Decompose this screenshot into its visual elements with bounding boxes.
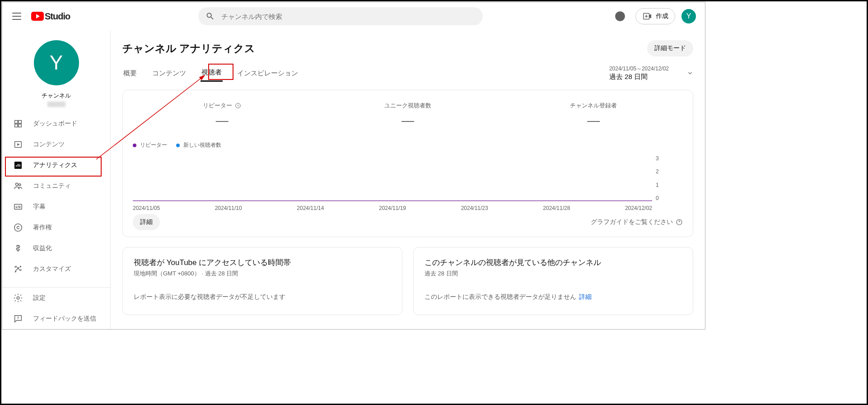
sidebar-item-label: ダッシュボード [33, 120, 77, 128]
chart-guide-link[interactable]: グラフガイドをご覧ください [591, 218, 683, 226]
sidebar-item-settings[interactable]: 設定 [2, 288, 110, 308]
x-tick: 2024/11/14 [297, 205, 324, 211]
card-subtitle: 過去 28 日間 [425, 270, 682, 278]
chart-legend: リピーター 新しい視聴者数 [129, 139, 686, 155]
chart-series-line [133, 200, 652, 201]
y-tick: 2 [656, 168, 659, 175]
metric-subscribers[interactable]: チャンネル登録者 — [501, 90, 686, 139]
sidebar-item-label: 収益化 [33, 244, 52, 252]
tabs-row: 概要 コンテンツ 視聴者 インスピレーション 2024/11/05～2024/1… [122, 65, 693, 82]
sidebar-item-customize[interactable]: カスタマイズ [2, 259, 110, 279]
account-avatar[interactable]: Y [681, 9, 696, 23]
sidebar-item-analytics[interactable]: アナリティクス [2, 155, 110, 176]
svg-point-12 [14, 224, 22, 232]
date-range-text: 2024/11/05～2024/12/02 [609, 65, 669, 73]
metric-title: チャンネル登録者 [570, 102, 617, 110]
page-title: チャンネル アナリティクス [122, 42, 255, 56]
copyright-icon [13, 223, 23, 233]
card-subtitle: 現地時間（GMT +0800） · 過去 28 日間 [134, 270, 391, 278]
viewers-chart: 3 2 1 0 2024/11/05 2024/11/10 2024/11/14… [133, 155, 683, 209]
tab-inspiration[interactable]: インスピレーション [236, 65, 299, 81]
sidebar-item-community[interactable]: コミュニティ [2, 176, 110, 196]
analytics-icon [13, 160, 23, 170]
chevron-down-icon [687, 70, 693, 76]
x-tick: 2024/11/28 [543, 205, 570, 211]
youtube-play-icon [31, 12, 44, 21]
x-tick: 2024/11/05 [133, 205, 160, 211]
sidebar-item-label: アナリティクス [33, 161, 77, 169]
x-tick: 2024/11/10 [215, 205, 242, 211]
subtitles-icon [13, 202, 23, 212]
svg-rect-3 [15, 121, 18, 123]
customize-icon [13, 264, 23, 274]
logo-text: Studio [45, 11, 70, 22]
hamburger-icon[interactable] [11, 11, 22, 22]
create-icon [642, 11, 652, 21]
channel-label: チャンネル [42, 92, 71, 100]
svg-point-20 [679, 223, 680, 223]
date-range-label: 過去 28 日間 [609, 73, 648, 81]
metric-unique-viewers[interactable]: ユニーク視聴者数 — [315, 90, 500, 139]
x-tick: 2024/12/02 [625, 205, 652, 211]
clock-icon [235, 102, 241, 109]
svg-point-16 [17, 297, 19, 299]
help-button[interactable] [611, 7, 629, 25]
metric-value: — [319, 113, 496, 128]
channel-avatar[interactable]: Y [34, 40, 79, 85]
metric-value: — [134, 113, 310, 128]
youtube-studio-logo[interactable]: Studio [31, 11, 70, 22]
create-button[interactable]: 作成 [635, 8, 675, 24]
sidebar-item-label: フィードバックを送信 [33, 315, 96, 323]
sidebar-item-label: 設定 [33, 294, 46, 302]
card-title: このチャンネルの視聴者が見ている他のチャンネル [425, 257, 682, 268]
svg-point-9 [16, 183, 19, 186]
chart-detail-button[interactable]: 詳細 [133, 214, 160, 230]
app-header: Studio 作成 Y [2, 2, 705, 30]
y-tick: 3 [656, 155, 659, 162]
gear-icon [13, 293, 23, 303]
help-icon [676, 219, 683, 226]
svg-rect-11 [14, 205, 22, 209]
legend-dot-icon [176, 144, 180, 147]
sidebar-item-copyright[interactable]: 著作権 [2, 217, 110, 238]
channel-header: Y チャンネル [2, 30, 110, 113]
card-detail-link[interactable]: 詳細 [579, 293, 592, 300]
sidebar-item-content[interactable]: コンテンツ [2, 134, 110, 155]
sidebar-item-label: コミュニティ [33, 182, 71, 190]
search-box[interactable] [198, 7, 483, 25]
sidebar-item-monetization[interactable]: 収益化 [2, 238, 110, 259]
tab-overview[interactable]: 概要 [122, 65, 138, 81]
x-tick: 2024/11/23 [461, 205, 488, 211]
sidebar-item-dashboard[interactable]: ダッシュボード [2, 113, 110, 134]
legend-item: 新しい視聴者数 [176, 141, 221, 149]
sidebar-item-label: 著作権 [33, 223, 52, 232]
legend-dot-icon [133, 144, 136, 147]
sidebar-item-label: カスタマイズ [33, 265, 71, 273]
svg-point-14 [15, 267, 15, 267]
svg-rect-6 [19, 124, 21, 127]
date-range-selector[interactable]: 2024/11/05～2024/12/02 過去 28 日間 [609, 65, 669, 81]
tab-content[interactable]: コンテンツ [151, 65, 187, 81]
help-icon [615, 11, 625, 22]
main-content: チャンネル アナリティクス 詳細モード 概要 コンテンツ 視聴者 インスピレーシ… [111, 30, 705, 329]
channel-name-blurred [47, 102, 65, 107]
card-message: このレポートに表示できる視聴者データが足りません [425, 293, 576, 300]
card-other-channels: このチャンネルの視聴者が見ている他のチャンネル 過去 28 日間 このレポートに… [413, 247, 693, 315]
sidebar-item-subtitles[interactable]: 字幕 [2, 196, 110, 217]
metric-repeat-viewers[interactable]: リピーター — [129, 90, 315, 139]
advanced-mode-button[interactable]: 詳細モード [647, 40, 693, 56]
legend-item: リピーター [133, 141, 167, 149]
sidebar-item-label: 字幕 [33, 203, 46, 211]
metric-title: ユニーク視聴者数 [384, 102, 431, 110]
svg-point-10 [19, 184, 21, 186]
svg-point-17 [18, 319, 18, 319]
svg-point-13 [20, 266, 21, 267]
search-input[interactable] [221, 13, 476, 20]
tab-audience[interactable]: 視聴者 [201, 65, 223, 82]
sidebar-item-feedback[interactable]: フィードバックを送信 [2, 308, 110, 329]
feedback-icon [13, 314, 23, 324]
metric-value: — [505, 113, 682, 128]
y-tick: 1 [656, 182, 659, 188]
svg-point-1 [620, 18, 620, 19]
y-tick: 0 [656, 195, 659, 201]
